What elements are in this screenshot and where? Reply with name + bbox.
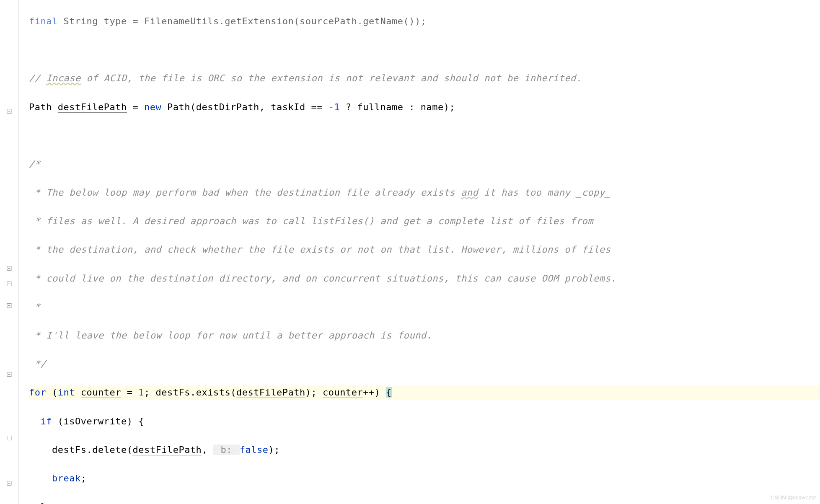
number: 1 xyxy=(138,387,144,398)
code-line: // Incase of ACID, the file is ORC so th… xyxy=(29,71,820,85)
code-line-active: for (int counter = 1; destFs.exists(dest… xyxy=(29,385,820,400)
fold-marker-icon[interactable] xyxy=(7,282,12,286)
code-line: } xyxy=(29,500,820,504)
fold-marker-icon[interactable] xyxy=(7,481,12,486)
keyword: false xyxy=(240,445,269,455)
fold-marker-icon[interactable] xyxy=(7,266,12,271)
watermark: CSDN @cclovezbf xyxy=(771,494,816,502)
code-line: * files as well. A desired approach was … xyxy=(29,214,820,228)
code-line: destFs.delete(destFilePath, b: false); xyxy=(29,443,820,457)
bracket-match: { xyxy=(386,387,392,398)
comment: * The below loop may perform bad when th… xyxy=(29,187,610,198)
keyword: new xyxy=(144,102,161,112)
variable: destFilePath xyxy=(236,387,305,398)
fold-marker-icon[interactable] xyxy=(7,109,12,114)
code-line: * The below loop may perform bad when th… xyxy=(29,186,820,200)
number: -1 xyxy=(329,102,340,112)
code-editor[interactable]: final String type = FilenameUtils.getExt… xyxy=(19,0,820,504)
keyword: final xyxy=(29,16,58,26)
comment: * I'll leave the below loop for now unti… xyxy=(29,330,432,341)
variable: counter xyxy=(81,387,121,398)
parameter-hint: b: xyxy=(213,445,240,455)
code-line: */ xyxy=(29,357,820,371)
editor-gutter xyxy=(0,0,19,504)
keyword: int xyxy=(58,387,75,398)
code-line xyxy=(29,43,820,57)
code-line: /* xyxy=(29,157,820,171)
code-line: Path destFilePath = new Path(destDirPath… xyxy=(29,100,820,114)
fold-marker-icon[interactable] xyxy=(7,436,12,440)
comment: * the destination, and check whether the… xyxy=(29,244,610,255)
comment: // Incase of ACID, the file is ORC so th… xyxy=(29,73,582,83)
comment: */ xyxy=(29,359,46,369)
variable: destFilePath xyxy=(58,102,127,113)
code-line: * could live on the destination director… xyxy=(29,271,820,286)
code-line: break; xyxy=(29,471,820,486)
code-line: if (isOverwrite) { xyxy=(29,414,820,429)
keyword: break xyxy=(52,473,81,483)
variable: destFilePath xyxy=(132,445,202,455)
code-line: * xyxy=(29,300,820,314)
comment: * could live on the destination director… xyxy=(29,273,616,284)
code-line: * I'll leave the below loop for now unti… xyxy=(29,328,820,343)
fold-marker-icon[interactable] xyxy=(7,372,12,377)
fold-marker-icon[interactable] xyxy=(7,303,12,308)
comment: * xyxy=(29,302,41,312)
variable: counter xyxy=(323,387,363,398)
code-line: final String type = FilenameUtils.getExt… xyxy=(29,14,820,28)
code-line xyxy=(29,129,820,143)
comment: * files as well. A desired approach was … xyxy=(29,216,593,226)
keyword: for xyxy=(29,387,46,398)
code-line: * the destination, and check whether the… xyxy=(29,243,820,257)
keyword: if xyxy=(41,416,52,426)
comment: /* xyxy=(29,159,41,169)
